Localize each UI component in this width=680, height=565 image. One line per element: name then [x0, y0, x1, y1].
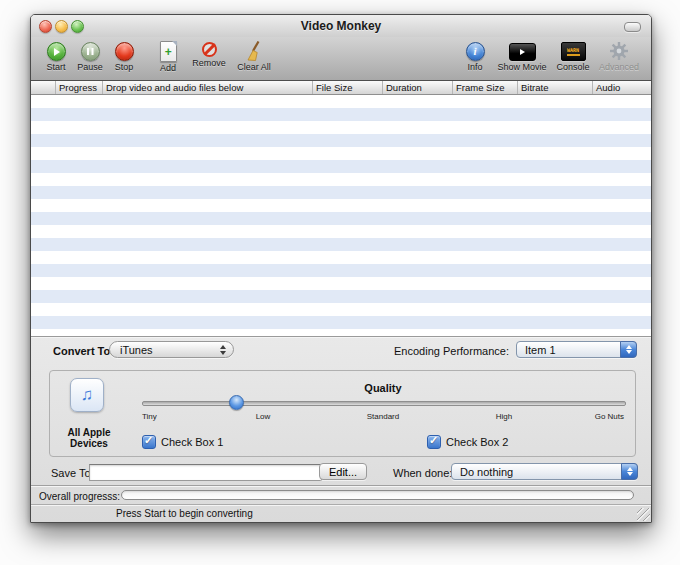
column-header-filesize[interactable]: File Size: [313, 81, 383, 94]
remove-button[interactable]: Remove: [187, 40, 231, 80]
apple-devices-icon: ♫: [70, 378, 104, 412]
pause-label: Pause: [77, 62, 103, 72]
overall-progress-bar: [121, 490, 634, 500]
resize-grip[interactable]: [637, 508, 650, 521]
popup-arrows-icon: [621, 463, 638, 480]
column-header-framesize[interactable]: Frame Size: [453, 81, 518, 94]
title-bar[interactable]: Video Monkey: [31, 15, 651, 37]
start-button[interactable]: Start: [39, 40, 73, 80]
convert-to-value: iTunes: [120, 344, 153, 356]
column-header-filename[interactable]: Drop video and audio files below: [103, 81, 313, 94]
add-button[interactable]: + Add: [149, 40, 187, 80]
when-done-popup[interactable]: Do nothing: [451, 463, 638, 480]
movie-play-icon: [509, 43, 536, 61]
column-header-audio[interactable]: Audio: [593, 81, 651, 94]
stop-button[interactable]: Stop: [107, 40, 141, 80]
advanced-label: Advanced: [599, 62, 639, 72]
remove-prohibition-icon: [202, 42, 217, 57]
show-movie-label: Show Movie: [497, 62, 546, 72]
overall-progress-label: Overall progresss:: [39, 491, 120, 502]
settings-panel: Convert To: iTunes Encoding Performance:…: [31, 336, 651, 522]
tick-label-standard: Standard: [367, 412, 399, 421]
checkbox-1-row: Check Box 1: [142, 435, 223, 449]
status-text: Press Start to begin converting: [116, 508, 253, 519]
column-header-duration[interactable]: Duration: [383, 81, 453, 94]
save-to-input[interactable]: [89, 464, 322, 481]
checkbox-2-label: Check Box 2: [446, 436, 508, 448]
device-label: All Apple Devices: [50, 427, 128, 449]
window-title: Video Monkey: [31, 19, 651, 33]
start-label: Start: [46, 62, 65, 72]
clear-all-label: Clear All: [237, 62, 271, 72]
table-header: Progress Drop video and audio files belo…: [31, 81, 651, 95]
column-header-blank[interactable]: [31, 81, 56, 94]
add-label: Add: [160, 63, 176, 73]
quality-label: Quality: [142, 382, 624, 394]
checkbox-1[interactable]: [142, 435, 156, 449]
gear-icon: [609, 41, 629, 61]
remove-label: Remove: [192, 58, 226, 68]
show-movie-button[interactable]: Show Movie: [493, 40, 551, 80]
app-window: Video Monkey Start Pause Stop + Add Remo…: [30, 14, 652, 523]
stop-label: Stop: [115, 62, 134, 72]
pause-button[interactable]: Pause: [73, 40, 107, 80]
encoding-performance-label: Encoding Performance:: [394, 345, 509, 357]
pause-icon: [81, 42, 100, 61]
when-done-value: Do nothing: [460, 466, 513, 478]
convert-to-label: Convert To:: [53, 345, 114, 357]
column-header-progress[interactable]: Progress: [56, 81, 103, 94]
info-icon: i: [466, 42, 485, 61]
updown-arrows-icon: [220, 345, 226, 355]
quality-slider-thumb[interactable]: [229, 395, 244, 410]
tick-label-low: Low: [256, 412, 271, 421]
console-button[interactable]: WARN Console: [551, 40, 595, 80]
toolbar-toggle-button[interactable]: [624, 22, 641, 32]
console-label: Console: [556, 62, 589, 72]
add-document-icon: +: [160, 41, 177, 62]
play-icon: [47, 42, 66, 61]
popup-arrows-icon: [620, 341, 637, 358]
column-header-bitrate[interactable]: Bitrate: [518, 81, 593, 94]
toolbar: Start Pause Stop + Add Remove Clear All …: [31, 37, 651, 81]
file-drop-list[interactable]: [31, 95, 651, 336]
console-text-line-icon: [567, 54, 580, 56]
broom-icon: [244, 41, 264, 61]
stop-icon: [115, 42, 134, 61]
save-to-label: Save To:: [51, 467, 94, 479]
tick-label-tiny: Tiny: [142, 412, 157, 421]
checkbox-1-label: Check Box 1: [161, 436, 223, 448]
encoding-performance-popup[interactable]: Item 1: [516, 341, 637, 358]
checkbox-2-row: Check Box 2: [427, 435, 508, 449]
checkbox-2[interactable]: [427, 435, 441, 449]
status-bar: Press Start to begin converting: [31, 504, 651, 522]
convert-to-popup[interactable]: iTunes: [109, 341, 234, 358]
info-button[interactable]: i Info: [457, 40, 493, 80]
music-note-icon: ♫: [81, 385, 94, 405]
when-done-label: When done:: [393, 467, 452, 479]
clear-all-button[interactable]: Clear All: [231, 40, 277, 80]
quality-slider-track[interactable]: [142, 401, 626, 406]
tick-label-go-nuts: Go Nuts: [595, 412, 624, 421]
quality-group-box: ♫ All Apple Devices Quality Tiny Low Sta…: [49, 370, 636, 457]
info-label: Info: [467, 62, 482, 72]
encoding-performance-value: Item 1: [525, 344, 556, 356]
console-icon: WARN: [561, 42, 586, 61]
tick-label-high: High: [496, 412, 512, 421]
progress-row: Overall progresss:: [31, 485, 651, 505]
advanced-button[interactable]: Advanced: [595, 40, 643, 80]
edit-button[interactable]: Edit...: [319, 463, 367, 480]
